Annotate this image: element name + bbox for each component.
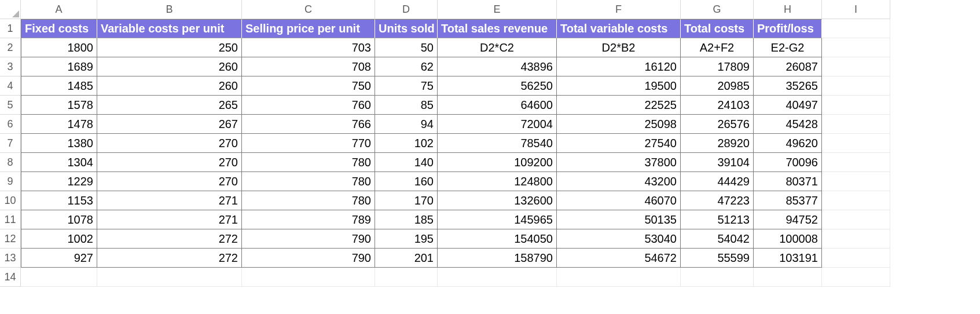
cell-A6[interactable]: 1478 xyxy=(21,115,97,134)
cell-C14[interactable] xyxy=(242,268,375,287)
cell-B4[interactable]: 260 xyxy=(97,76,242,96)
cell-E7[interactable]: 78540 xyxy=(438,134,557,153)
cell-H5[interactable]: 40497 xyxy=(754,96,822,115)
cell-B2[interactable]: 250 xyxy=(97,38,242,57)
cell-H12[interactable]: 100008 xyxy=(754,229,822,249)
row-header-5[interactable]: 5 xyxy=(0,96,21,115)
cell-D5[interactable]: 85 xyxy=(375,96,438,115)
cell-H13[interactable]: 103191 xyxy=(754,249,822,268)
row-header-9[interactable]: 9 xyxy=(0,172,21,191)
cell-G10[interactable]: 47223 xyxy=(681,191,754,210)
cell-E1[interactable]: Total sales revenue xyxy=(438,19,557,38)
cell-A11[interactable]: 1078 xyxy=(21,210,97,229)
cell-B13[interactable]: 272 xyxy=(97,249,242,268)
cell-F10[interactable]: 46070 xyxy=(557,191,681,210)
row-header-12[interactable]: 12 xyxy=(0,229,21,249)
cell-D9[interactable]: 160 xyxy=(375,172,438,191)
cell-E5[interactable]: 64600 xyxy=(438,96,557,115)
cell-E9[interactable]: 124800 xyxy=(438,172,557,191)
col-header-F[interactable]: F xyxy=(557,0,681,19)
cell-F9[interactable]: 43200 xyxy=(557,172,681,191)
cell-I1[interactable] xyxy=(822,19,890,38)
cell-B11[interactable]: 271 xyxy=(97,210,242,229)
cell-A3[interactable]: 1689 xyxy=(21,57,97,76)
cell-C9[interactable]: 780 xyxy=(242,172,375,191)
cell-H3[interactable]: 26087 xyxy=(754,57,822,76)
cell-C7[interactable]: 770 xyxy=(242,134,375,153)
cell-C2[interactable]: 703 xyxy=(242,38,375,57)
cell-C11[interactable]: 789 xyxy=(242,210,375,229)
cell-G14[interactable] xyxy=(681,268,754,287)
cell-H1[interactable]: Profit/loss xyxy=(754,19,822,38)
cell-F12[interactable]: 53040 xyxy=(557,229,681,249)
cell-A1[interactable]: Fixed costs xyxy=(21,19,97,38)
cell-G8[interactable]: 39104 xyxy=(681,153,754,172)
cell-D6[interactable]: 94 xyxy=(375,115,438,134)
cell-E13[interactable]: 158790 xyxy=(438,249,557,268)
cell-G2[interactable]: A2+F2 xyxy=(681,38,754,57)
cell-F4[interactable]: 19500 xyxy=(557,76,681,96)
cell-G13[interactable]: 55599 xyxy=(681,249,754,268)
cell-C8[interactable]: 780 xyxy=(242,153,375,172)
cell-D1[interactable]: Units sold xyxy=(375,19,438,38)
cell-D14[interactable] xyxy=(375,268,438,287)
col-header-D[interactable]: D xyxy=(375,0,438,19)
cell-I7[interactable] xyxy=(822,134,890,153)
cell-C4[interactable]: 750 xyxy=(242,76,375,96)
cell-I13[interactable] xyxy=(822,249,890,268)
cell-I8[interactable] xyxy=(822,153,890,172)
cell-F5[interactable]: 22525 xyxy=(557,96,681,115)
cell-D13[interactable]: 201 xyxy=(375,249,438,268)
cell-G5[interactable]: 24103 xyxy=(681,96,754,115)
cell-A14[interactable] xyxy=(21,268,97,287)
cell-B7[interactable]: 270 xyxy=(97,134,242,153)
cell-G12[interactable]: 54042 xyxy=(681,229,754,249)
col-header-C[interactable]: C xyxy=(242,0,375,19)
cell-B9[interactable]: 270 xyxy=(97,172,242,191)
cell-F11[interactable]: 50135 xyxy=(557,210,681,229)
cell-F14[interactable] xyxy=(557,268,681,287)
cell-C13[interactable]: 790 xyxy=(242,249,375,268)
cell-B10[interactable]: 271 xyxy=(97,191,242,210)
cell-B14[interactable] xyxy=(97,268,242,287)
row-header-7[interactable]: 7 xyxy=(0,134,21,153)
cell-B1[interactable]: Variable costs per unit xyxy=(97,19,242,38)
cell-D11[interactable]: 185 xyxy=(375,210,438,229)
cell-D4[interactable]: 75 xyxy=(375,76,438,96)
cell-E12[interactable]: 154050 xyxy=(438,229,557,249)
cell-C1[interactable]: Selling price per unit xyxy=(242,19,375,38)
cell-A5[interactable]: 1578 xyxy=(21,96,97,115)
cell-G7[interactable]: 28920 xyxy=(681,134,754,153)
cell-E4[interactable]: 56250 xyxy=(438,76,557,96)
cell-B3[interactable]: 260 xyxy=(97,57,242,76)
cell-A8[interactable]: 1304 xyxy=(21,153,97,172)
cell-I4[interactable] xyxy=(822,76,890,96)
col-header-A[interactable]: A xyxy=(21,0,97,19)
col-header-I[interactable]: I xyxy=(822,0,890,19)
cell-C5[interactable]: 760 xyxy=(242,96,375,115)
col-header-G[interactable]: G xyxy=(681,0,754,19)
cell-F6[interactable]: 25098 xyxy=(557,115,681,134)
row-header-8[interactable]: 8 xyxy=(0,153,21,172)
cell-G6[interactable]: 26576 xyxy=(681,115,754,134)
cell-F2[interactable]: D2*B2 xyxy=(557,38,681,57)
cell-H8[interactable]: 70096 xyxy=(754,153,822,172)
cell-B8[interactable]: 270 xyxy=(97,153,242,172)
cell-I9[interactable] xyxy=(822,172,890,191)
cell-D8[interactable]: 140 xyxy=(375,153,438,172)
cell-A12[interactable]: 1002 xyxy=(21,229,97,249)
row-header-2[interactable]: 2 xyxy=(0,38,21,57)
cell-H2[interactable]: E2-G2 xyxy=(754,38,822,57)
row-header-11[interactable]: 11 xyxy=(0,210,21,229)
cell-A4[interactable]: 1485 xyxy=(21,76,97,96)
row-header-4[interactable]: 4 xyxy=(0,76,21,96)
cell-I5[interactable] xyxy=(822,96,890,115)
cell-H11[interactable]: 94752 xyxy=(754,210,822,229)
cell-G1[interactable]: Total costs xyxy=(681,19,754,38)
cell-G4[interactable]: 20985 xyxy=(681,76,754,96)
cell-E11[interactable]: 145965 xyxy=(438,210,557,229)
cell-E3[interactable]: 43896 xyxy=(438,57,557,76)
spreadsheet[interactable]: A B C D E F G H I 1 Fixed costs Variable… xyxy=(0,0,980,287)
cell-C6[interactable]: 766 xyxy=(242,115,375,134)
cell-F1[interactable]: Total variable costs xyxy=(557,19,681,38)
